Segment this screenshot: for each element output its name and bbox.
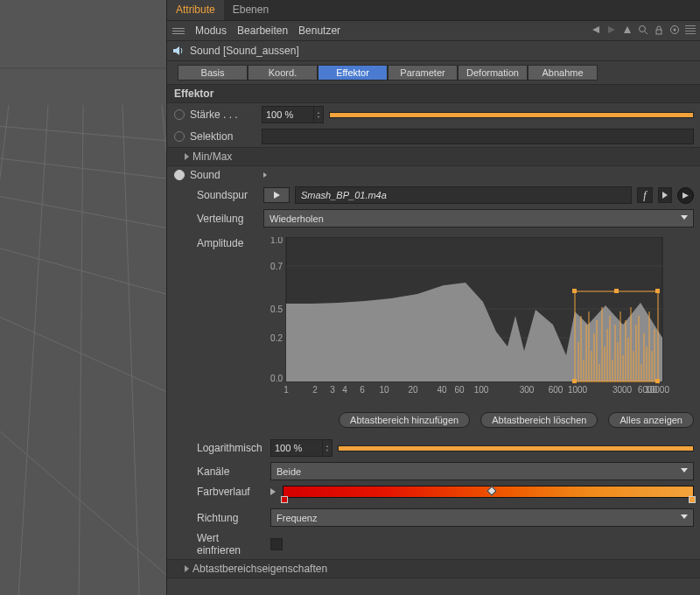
label-soundspur: Soundspur bbox=[197, 189, 258, 201]
menu-bearbeiten[interactable]: Bearbeiten bbox=[237, 24, 288, 37]
soundspur-file-field[interactable]: Smash_BP_01.m4a bbox=[295, 186, 632, 204]
gradient-handle-left[interactable] bbox=[281, 496, 288, 503]
subtab-abnahme[interactable]: Abnahme bbox=[528, 65, 598, 80]
svg-text:0.0: 0.0 bbox=[270, 374, 283, 383]
svg-text:2: 2 bbox=[312, 385, 318, 395]
label-amplitude: Amplitude bbox=[197, 237, 251, 403]
panel-menubar: Modus Bearbeiten Benutzer bbox=[167, 21, 700, 41]
svg-text:100: 100 bbox=[474, 385, 489, 395]
search-icon[interactable] bbox=[638, 24, 648, 38]
svg-text:4: 4 bbox=[342, 385, 347, 395]
svg-rect-0 bbox=[0, 0, 166, 595]
row-richtung: Richtung Frequenz bbox=[167, 506, 700, 529]
row-kanaele: Kanäle Beide bbox=[167, 459, 700, 483]
button-show-all[interactable]: Alles anzeigen bbox=[608, 412, 694, 428]
nav-back-icon[interactable] bbox=[591, 24, 601, 38]
svg-marker-25 bbox=[682, 192, 689, 199]
svg-marker-89 bbox=[270, 488, 276, 495]
svg-line-17 bbox=[645, 32, 648, 34]
spinner-logarithmisch[interactable]: ▲▼ bbox=[323, 439, 332, 457]
section-effektor-title: Effektor bbox=[167, 84, 700, 103]
group-abtastbereich[interactable]: Abtastbereichseigenschaften bbox=[167, 559, 700, 578]
viewport-3d[interactable] bbox=[0, 0, 166, 595]
attributes-panel: Attribute Ebenen Modus Bearbeiten Benutz… bbox=[166, 0, 700, 595]
gradient-handle-right[interactable] bbox=[689, 496, 696, 503]
row-logarithmisch: Logarithmisch ▲▼ bbox=[167, 437, 700, 459]
checkbox-freeze[interactable] bbox=[270, 538, 283, 550]
menu-modus[interactable]: Modus bbox=[195, 24, 227, 37]
dropdown-kanaele[interactable]: Beide bbox=[270, 462, 694, 480]
svg-text:20: 20 bbox=[408, 385, 418, 395]
svg-text:1000: 1000 bbox=[568, 385, 588, 395]
svg-text:0.5: 0.5 bbox=[270, 304, 283, 314]
sample-range-buttons: Abtastbereich hinzufügen Abtastbereich l… bbox=[167, 407, 700, 437]
svg-text:60: 60 bbox=[454, 385, 465, 395]
subtab-koord[interactable]: Koord. bbox=[248, 65, 318, 80]
gradient-editor[interactable] bbox=[283, 486, 694, 498]
hamburger-icon[interactable] bbox=[172, 24, 185, 37]
svg-text:300: 300 bbox=[520, 385, 535, 395]
subtab-parameter[interactable]: Parameter bbox=[388, 65, 458, 80]
lock-icon[interactable] bbox=[654, 24, 664, 38]
svg-text:600: 600 bbox=[549, 385, 564, 395]
anim-dot-sound[interactable] bbox=[174, 170, 185, 180]
subtab-effektor[interactable]: Effektor bbox=[318, 65, 388, 80]
svg-text:40: 40 bbox=[437, 385, 447, 395]
label-sound: Sound bbox=[190, 169, 256, 181]
object-name: Sound [Sound_aussen] bbox=[190, 45, 299, 57]
anim-dot-selektion[interactable] bbox=[174, 131, 185, 142]
target-icon[interactable] bbox=[669, 24, 680, 38]
dropdown-verteilung[interactable]: Wiederholen bbox=[263, 209, 694, 228]
svg-marker-14 bbox=[608, 26, 615, 33]
svg-marker-15 bbox=[624, 26, 631, 33]
lines-icon[interactable] bbox=[685, 24, 696, 35]
tab-attribute[interactable]: Attribute bbox=[167, 0, 224, 20]
row-staerke: Stärke . . . ▲▼ bbox=[167, 103, 700, 126]
subtab-deformation[interactable]: Deformation bbox=[458, 65, 528, 80]
slider-logarithmisch[interactable] bbox=[338, 445, 694, 452]
svg-marker-23 bbox=[274, 192, 280, 199]
spectrum-display[interactable]: 1.00.70.5 0.20.0 bbox=[260, 237, 662, 403]
input-staerke[interactable] bbox=[262, 106, 314, 123]
svg-point-20 bbox=[674, 28, 676, 31]
svg-text:3000: 3000 bbox=[612, 385, 633, 395]
label-logarithmisch: Logarithmisch bbox=[197, 442, 265, 454]
label-kanaele: Kanäle bbox=[197, 466, 265, 478]
gradient-midpoint-handle[interactable] bbox=[486, 486, 496, 495]
label-verteilung: Verteilung bbox=[197, 213, 258, 225]
row-sound-header: Sound bbox=[167, 166, 700, 184]
row-soundspur: Soundspur Smash_BP_01.m4a f bbox=[167, 184, 700, 206]
play-button[interactable] bbox=[263, 187, 290, 203]
menu-benutzer[interactable]: Benutzer bbox=[298, 24, 340, 37]
chevron-right-icon[interactable] bbox=[270, 486, 276, 498]
nav-up-icon[interactable] bbox=[622, 24, 633, 38]
slider-staerke[interactable] bbox=[329, 112, 694, 118]
tab-ebenen[interactable]: Ebenen bbox=[224, 0, 277, 20]
button-delete-range[interactable]: Abtastbereich löschen bbox=[480, 412, 598, 428]
button-add-range[interactable]: Abtastbereich hinzufügen bbox=[339, 412, 470, 428]
anim-dot-staerke[interactable] bbox=[174, 109, 185, 120]
nav-forward-icon[interactable] bbox=[606, 24, 617, 38]
group-minmax[interactable]: Min/Max bbox=[167, 147, 700, 166]
row-farbverlauf: Farbverlauf bbox=[167, 483, 700, 500]
svg-marker-21 bbox=[173, 46, 179, 55]
svg-text:1.0: 1.0 bbox=[270, 237, 283, 245]
input-logarithmisch[interactable] bbox=[270, 439, 323, 457]
object-header: Sound [Sound_aussen] bbox=[167, 41, 700, 61]
subtab-basis[interactable]: Basis bbox=[178, 65, 248, 80]
svg-rect-70 bbox=[655, 379, 660, 383]
svg-rect-71 bbox=[614, 289, 619, 293]
label-selektion: Selektion bbox=[190, 130, 256, 143]
label-staerke: Stärke . . . bbox=[190, 108, 256, 121]
chevron-right-icon[interactable] bbox=[262, 169, 269, 181]
svg-text:10: 10 bbox=[379, 385, 389, 395]
svg-rect-69 bbox=[572, 379, 577, 383]
svg-text:10000: 10000 bbox=[645, 385, 669, 395]
spinner-staerke[interactable]: ▲▼ bbox=[314, 106, 324, 123]
input-selektion[interactable] bbox=[262, 129, 694, 144]
fcurve-icon[interactable]: f bbox=[637, 187, 653, 203]
dropdown-richtung[interactable]: Frequenz bbox=[270, 508, 694, 527]
options-menu-icon[interactable] bbox=[677, 187, 694, 204]
svg-marker-22 bbox=[263, 172, 267, 178]
file-menu-icon[interactable] bbox=[658, 187, 672, 203]
